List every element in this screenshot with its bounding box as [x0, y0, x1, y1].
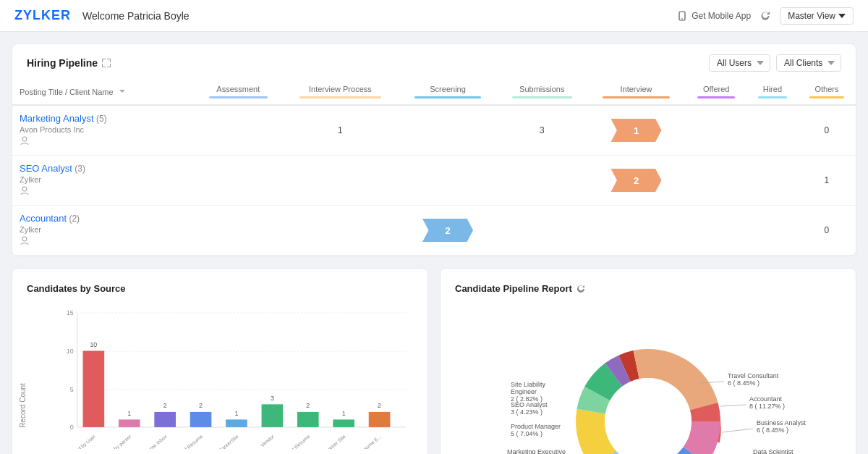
svg-text:Imported by parser: Imported by parser: [97, 434, 133, 449]
sort-icon: [119, 88, 126, 95]
offered-cell: [686, 206, 747, 256]
posting-link-accountant[interactable]: Accountant: [20, 213, 67, 224]
svg-text:2 ( 2.82% ): 2 ( 2.82% ): [511, 395, 542, 403]
interview-process-cell: 1: [282, 105, 399, 156]
bar-vendor: [262, 404, 284, 427]
assessment-cell: [195, 206, 282, 256]
offered-cell: [686, 156, 747, 206]
interview-arrow: 1: [611, 119, 662, 142]
submissions-bar: [512, 96, 573, 98]
svg-text:6 ( 8.45% ): 6 ( 8.45% ): [728, 379, 760, 387]
label-marketing-executive: Marketing Executive: [507, 448, 566, 454]
client-name: Zylker: [20, 225, 187, 234]
bar-chart-svg: 0 5 10 15 10 1 2: [56, 306, 413, 449]
others-bar: [809, 96, 844, 98]
table-row: Accountant (2) Zylker 2 0: [12, 206, 856, 256]
bar-career-site: [333, 419, 354, 427]
posting-link-seo-analyst[interactable]: SEO Analyst: [20, 163, 72, 174]
col-header-interview: Interview: [587, 79, 686, 105]
bar-careersite: [226, 419, 247, 427]
svg-text:Vendor: Vendor: [260, 434, 276, 448]
svg-point-3: [22, 187, 27, 191]
svg-text:10: 10: [90, 341, 97, 348]
svg-text:2: 2: [199, 402, 203, 409]
bar-imported-parser: [119, 419, 140, 427]
submissions-cell: [497, 156, 587, 206]
master-view-button[interactable]: Master View: [780, 7, 854, 25]
users-filter[interactable]: All Users: [709, 54, 770, 72]
hiring-pipeline-header: Hiring Pipeline All Users All Clients: [12, 44, 856, 72]
interview-process-cell: [282, 206, 399, 256]
svg-text:6 ( 8.45% ): 6 ( 8.45% ): [757, 426, 788, 434]
others-cell: 1: [798, 156, 856, 206]
client-name: Avon Products Inc: [20, 125, 187, 134]
table-row: Marketing Analyst (5) Avon Products Inc …: [12, 105, 856, 156]
label-product-manager: Product Manager: [511, 423, 561, 430]
pipeline-table: Posting Title / Client Name Assessment I…: [12, 79, 856, 256]
refresh-icon[interactable]: [760, 10, 771, 22]
bar-resume-inbox: [154, 412, 176, 427]
mobile-icon: [677, 11, 687, 21]
bar-indeed-resume: [190, 412, 212, 427]
svg-text:Next Resume: Next Resume: [284, 434, 311, 449]
expand-icon[interactable]: [102, 59, 111, 67]
col-header-assessment: Assessment: [195, 79, 282, 105]
hiring-pipeline-title: Hiring Pipeline: [27, 57, 111, 69]
brand-logo: ZYLKER: [14, 8, 71, 23]
col-header-others: Others: [798, 79, 856, 105]
label-business-analyst: Business Analyst: [757, 419, 807, 426]
screening-cell: [399, 105, 497, 156]
candidate-pipeline-title: Candidate Pipeline Report: [455, 283, 841, 294]
svg-text:3: 3: [271, 395, 274, 402]
assessment-cell: [195, 105, 282, 156]
bar-added-by-user: [83, 351, 105, 427]
svg-text:10: 10: [67, 348, 74, 355]
label-accountant: Accountant: [749, 395, 783, 403]
user-icon: [20, 235, 30, 245]
submissions-cell: 3: [497, 105, 587, 156]
user-icon: [20, 185, 30, 196]
svg-line-37: [720, 405, 746, 406]
nav-right: Get Mobile App Master View: [677, 7, 854, 25]
donut-group: [576, 349, 720, 454]
others-cell: 0: [798, 206, 856, 256]
hired-bar: [758, 96, 787, 98]
screening-cell: [399, 156, 497, 206]
svg-text:15: 15: [67, 309, 74, 316]
col-header-offered: Offered: [686, 79, 747, 105]
svg-point-1: [681, 18, 683, 20]
svg-text:8 ( 11.27% ): 8 ( 11.27% ): [749, 403, 785, 410]
svg-text:Engineer: Engineer: [511, 388, 537, 395]
col-header-screening: Screening: [399, 79, 497, 105]
clients-filter[interactable]: All Clients: [776, 54, 841, 72]
col-header-title: Posting Title / Client Name: [12, 79, 195, 105]
interview-process-bar: [299, 96, 381, 98]
mobile-app-button[interactable]: Get Mobile App: [677, 11, 751, 21]
posting-link-marketing-analyst[interactable]: Marketing Analyst: [20, 113, 94, 124]
bar-nxt-resume: [297, 412, 319, 427]
hiring-pipeline-card: Hiring Pipeline All Users All Clients Po…: [12, 43, 856, 256]
offered-bar: [697, 96, 735, 98]
svg-text:1: 1: [342, 410, 346, 417]
screening-bar: [414, 96, 482, 98]
interview-cell: [587, 206, 686, 256]
svg-text:3 ( 4.23% ): 3 ( 4.23% ): [511, 408, 542, 416]
welcome-message: Welcome Patricia Boyle: [82, 10, 190, 22]
label-data-scientist: Data Scientist: [753, 448, 793, 454]
main-content: Hiring Pipeline All Users All Clients Po…: [0, 32, 868, 454]
hired-cell: [747, 156, 798, 206]
donut-chart-svg: Travel Consultant 6 ( 8.45% ) Accountant…: [455, 306, 841, 454]
svg-text:Added by User: Added by User: [68, 434, 98, 449]
svg-text:Career Site: Career Site: [324, 434, 346, 449]
refresh-icon-small[interactable]: [576, 285, 585, 293]
candidates-by-source-card: Candidates by Source Record Count 0 5 10…: [12, 268, 428, 454]
svg-point-4: [22, 237, 27, 241]
svg-text:1: 1: [234, 410, 238, 417]
svg-text:2: 2: [163, 402, 167, 409]
interview-bar: [603, 96, 670, 98]
hiring-filters: All Users All Clients: [709, 54, 841, 72]
svg-text:5: 5: [70, 386, 74, 393]
svg-text:2: 2: [306, 402, 310, 409]
candidates-by-source-title: Candidates by Source: [27, 283, 413, 294]
interview-process-cell: [282, 156, 399, 206]
